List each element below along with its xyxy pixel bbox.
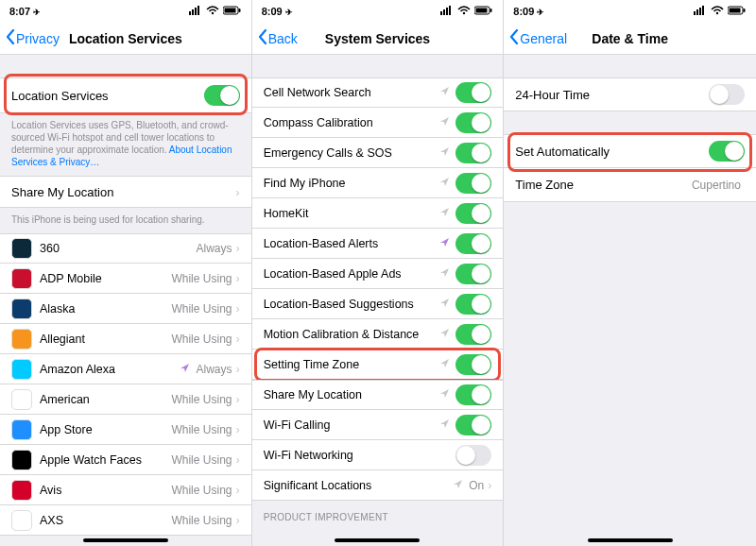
location-services-toggle-row[interactable]: Location Services (0, 77, 251, 113)
service-row[interactable]: Significant LocationsOn› (252, 470, 504, 501)
app-row[interactable]: AllegiantWhile Using› (0, 324, 251, 354)
service-row[interactable]: Emergency Calls & SOS (252, 138, 504, 168)
label-24-hour-time: 24-Hour Time (515, 88, 709, 102)
screen-date-time: 8:09 ✈︎ General Date & Time 24-Hour Time… (504, 0, 756, 546)
status-bar: 8:09 ✈︎ (252, 0, 504, 23)
svg-rect-23 (743, 9, 745, 12)
toggle[interactable] (455, 384, 491, 405)
chevron-right-icon: › (235, 423, 239, 436)
toggle[interactable] (455, 324, 491, 345)
app-row[interactable]: AmericanWhile Using› (0, 384, 251, 415)
app-name: 360 (40, 242, 196, 255)
status-time: 8:09 (262, 6, 283, 17)
svg-point-4 (211, 12, 213, 14)
toggle[interactable] (455, 203, 491, 224)
nav-back-button[interactable]: General (509, 29, 567, 47)
svg-rect-19 (702, 6, 704, 15)
toggle[interactable] (455, 354, 491, 375)
nav-bar: General Date & Time (504, 23, 756, 55)
chevron-left-icon (258, 29, 267, 47)
service-row[interactable]: Find My iPhone (252, 168, 504, 198)
app-row[interactable]: AvisWhile Using› (0, 475, 251, 505)
location-arrow-icon (439, 328, 450, 341)
svg-rect-10 (446, 8, 448, 15)
service-row[interactable]: Location-Based Apple Ads (252, 259, 504, 289)
toggle[interactable] (455, 143, 491, 163)
app-name: Amazon Alexa (40, 363, 180, 376)
row-set-automatically[interactable]: Set Automatically (504, 134, 756, 168)
service-value: On (469, 479, 484, 492)
screen-system-services: 8:09 ✈︎ Back System Services Cell Networ… (252, 0, 505, 546)
app-icon (11, 510, 32, 531)
home-indicator[interactable] (335, 538, 420, 542)
app-icon (11, 238, 32, 259)
svg-rect-18 (699, 8, 701, 15)
value-time-zone: Cupertino (692, 179, 741, 192)
toggle[interactable] (455, 294, 491, 315)
location-services-toggle[interactable] (204, 85, 240, 106)
app-row[interactable]: App StoreWhile Using› (0, 415, 251, 445)
service-row[interactable]: Motion Calibration & Distance (252, 319, 504, 350)
nav-back-button[interactable]: Back (258, 29, 298, 47)
chevron-right-icon: › (235, 484, 239, 497)
app-row[interactable]: AlaskaWhile Using› (0, 294, 251, 324)
toggle[interactable] (455, 233, 491, 254)
toggle[interactable] (455, 415, 491, 435)
signal-icon (189, 6, 202, 17)
toggle[interactable] (455, 264, 491, 284)
service-label: Setting Time Zone (264, 358, 440, 371)
svg-rect-15 (490, 9, 492, 12)
service-row[interactable]: Compass Calibration (252, 108, 504, 138)
toggle[interactable] (455, 173, 491, 194)
service-row[interactable]: Share My Location (252, 380, 504, 410)
home-indicator[interactable] (83, 538, 168, 542)
nav-back-button[interactable]: Privacy (6, 29, 60, 47)
chevron-right-icon: › (488, 479, 491, 492)
service-row[interactable]: HomeKit (252, 198, 504, 229)
row-24-hour-time[interactable]: 24-Hour Time (504, 77, 756, 111)
signal-icon (694, 6, 707, 17)
service-label: Motion Calibration & Distance (264, 328, 440, 341)
toggle-set-automatically[interactable] (709, 141, 745, 162)
app-name: Alaska (40, 302, 171, 316)
status-time: 8:07 (9, 6, 30, 17)
service-label: Cell Network Search (264, 86, 440, 99)
app-status: While Using (171, 484, 232, 497)
svg-rect-16 (694, 11, 696, 15)
app-row[interactable]: AXSWhile Using› (0, 505, 251, 536)
content: Location Services Location Services uses… (0, 55, 251, 546)
location-arrow-icon (439, 388, 450, 401)
service-row[interactable]: Location-Based Suggestions (252, 289, 504, 319)
app-row[interactable]: Apple Watch FacesWhile Using› (0, 445, 251, 475)
app-icon (11, 419, 32, 440)
toggle[interactable] (455, 445, 491, 466)
svg-rect-17 (696, 9, 698, 15)
svg-rect-1 (192, 9, 194, 15)
service-row[interactable]: Wi-Fi Networking (252, 440, 504, 470)
app-row[interactable]: 360Always› (0, 233, 251, 264)
toggle[interactable] (455, 112, 491, 133)
app-row[interactable]: ADP MobileWhile Using› (0, 264, 251, 294)
svg-rect-0 (189, 11, 191, 15)
location-arrow-icon (439, 298, 450, 311)
app-icon (11, 329, 32, 350)
app-status: While Using (171, 272, 232, 285)
chevron-right-icon: › (235, 242, 239, 255)
service-label: Location-Based Alerts (264, 237, 440, 250)
toggle-24-hour-time[interactable] (709, 84, 745, 105)
label-time-zone: Time Zone (515, 178, 692, 192)
app-row[interactable]: Amazon AlexaAlways› (0, 354, 251, 384)
service-row[interactable]: Setting Time Zone (252, 350, 504, 380)
service-label: Significant Locations (264, 479, 453, 492)
app-status: While Using (171, 514, 232, 527)
service-row[interactable]: Cell Network Search (252, 77, 504, 108)
share-my-location-row[interactable]: Share My Location › (0, 176, 251, 208)
nav-bar: Back System Services (252, 23, 504, 55)
row-time-zone[interactable]: Time Zone Cupertino (504, 168, 756, 202)
app-icon (11, 450, 32, 470)
home-indicator[interactable] (588, 538, 673, 542)
service-row[interactable]: Wi-Fi Calling (252, 410, 504, 440)
service-row[interactable]: Location-Based Alerts (252, 229, 504, 259)
service-label: Share My Location (264, 388, 440, 401)
toggle[interactable] (455, 82, 491, 103)
